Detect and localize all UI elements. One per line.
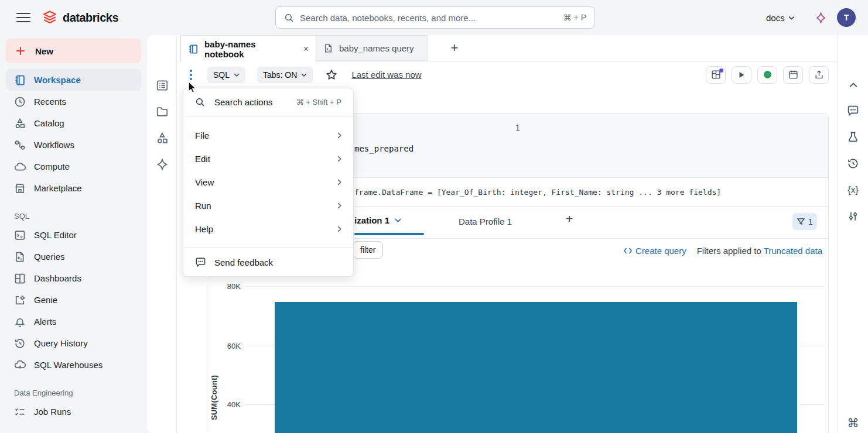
notebook-icon — [14, 74, 26, 86]
run-all-button[interactable] — [732, 66, 751, 84]
last-edit-link[interactable]: Last edit was now — [351, 70, 421, 80]
sidebar-item-genie[interactable]: Genie — [6, 289, 141, 311]
filters-applied-text: Filters applied to Truncated data — [697, 246, 822, 256]
new-tab-button[interactable]: + — [443, 35, 466, 61]
brand-name: databricks — [63, 11, 118, 25]
clock-icon — [14, 96, 26, 108]
truncated-data-link[interactable]: Truncated data — [764, 246, 822, 256]
bar-chart: 80K 60K 40K SUM(Count) — [207, 263, 828, 433]
new-button[interactable]: New — [6, 39, 141, 63]
close-tab-icon[interactable]: × — [303, 44, 309, 54]
sidebar-item-job-runs[interactable]: Job Runs — [6, 401, 141, 422]
sidebar-item-marketplace[interactable]: Marketplace — [6, 177, 141, 199]
genie-icon — [14, 294, 26, 306]
sidebar-item-dashboards[interactable]: Dashboards — [6, 267, 141, 289]
sidebar-item-sql-editor[interactable]: SQL Editor — [6, 224, 141, 246]
sidebar-item-queries[interactable]: Queries — [6, 246, 141, 267]
feedback-bubble-icon — [195, 257, 206, 268]
sidebar-section-sql: SQL — [6, 212, 141, 221]
tab-baby-names-query[interactable]: baby_names query — [316, 35, 428, 61]
filter-button[interactable]: filter — [353, 241, 383, 259]
tab-data-profile-1[interactable]: Data Profile 1 — [459, 216, 512, 226]
share-button[interactable] — [809, 66, 829, 84]
menu-item-run[interactable]: Run — [183, 194, 353, 217]
favorite-star-icon[interactable] — [326, 69, 337, 81]
notebook-kebab-menu-icon[interactable] — [186, 70, 196, 80]
assistant-rail-sparkle-icon[interactable] — [156, 158, 169, 171]
active-tab-underline — [354, 233, 424, 235]
filter-count-badge[interactable]: 1 — [792, 213, 817, 230]
calendar-icon — [788, 70, 798, 80]
mouse-cursor — [187, 82, 197, 94]
experiments-flask-icon[interactable] — [846, 130, 860, 144]
chevron-right-icon — [337, 226, 341, 232]
workspace-tabbar: baby-names notebook × baby_names query + — [177, 35, 838, 61]
cell-output-text: frame.DataFrame = [Year_Of_Birth: intege… — [354, 188, 721, 197]
avatar[interactable]: T — [837, 8, 856, 27]
databricks-brand[interactable]: databricks — [42, 10, 118, 25]
hamburger-menu-icon[interactable] — [16, 10, 30, 25]
create-query-link[interactable]: Create query — [624, 246, 686, 256]
chevron-down-icon — [395, 218, 401, 222]
sidebar-item-alerts[interactable]: Alerts — [6, 311, 141, 332]
storefront-icon — [14, 183, 26, 194]
language-selector[interactable]: SQL — [207, 67, 245, 83]
funnel-filter-icon — [797, 217, 805, 226]
add-visualization-button[interactable]: + — [566, 212, 573, 226]
sql-editor-icon — [14, 229, 26, 241]
sidebar-item-catalog[interactable]: Catalog — [6, 112, 141, 134]
menu-item-view[interactable]: View — [183, 170, 353, 194]
catalog-rail-icon[interactable] — [156, 132, 169, 145]
query-file-icon — [14, 251, 26, 263]
menu-item-edit[interactable]: Edit — [183, 147, 353, 170]
environment-sliders-icon[interactable] — [846, 209, 860, 223]
variables-icon[interactable]: {x} — [846, 183, 860, 197]
assistant-sparkle-icon[interactable] — [815, 12, 826, 23]
sidebar-item-compute[interactable]: Compute — [6, 156, 141, 177]
history-clock-icon — [14, 338, 26, 349]
folder-icon[interactable] — [156, 105, 169, 118]
sidebar-item-query-history[interactable]: Query History — [6, 332, 141, 354]
search-input[interactable] — [300, 13, 558, 23]
chevron-right-icon — [337, 202, 341, 209]
search-icon — [284, 13, 294, 23]
comments-icon[interactable] — [846, 104, 860, 118]
schedule-button[interactable] — [783, 66, 803, 84]
bell-icon — [14, 316, 26, 328]
code-brackets-icon — [624, 248, 632, 254]
menu-item-search-actions[interactable]: Search actions ⌘ + Shift + P — [183, 88, 353, 116]
sidebar-item-workflows[interactable]: Workflows — [6, 134, 141, 156]
tab-baby-names-notebook[interactable]: baby-names notebook × — [180, 35, 316, 62]
global-search[interactable]: ⌘ + P — [275, 6, 595, 29]
shortcuts-command-icon[interactable]: ⌘ — [846, 416, 860, 429]
y-axis-label: SUM(Count) — [210, 375, 218, 420]
version-history-icon[interactable] — [846, 157, 860, 170]
chevron-down-icon — [788, 16, 795, 20]
chevron-right-icon — [337, 132, 341, 139]
workflows-icon — [14, 139, 26, 151]
tabs-toggle[interactable]: Tabs: ON — [257, 67, 313, 83]
share-upload-icon — [814, 70, 824, 80]
notebook-icon-rail — [147, 35, 177, 433]
results-layout-button[interactable] — [706, 66, 726, 84]
notebook-actions-menu: Search actions ⌘ + Shift + P File Edit V… — [183, 88, 354, 277]
menu-item-send-feedback[interactable]: Send feedback — [183, 248, 353, 276]
sidebar-section-data-engineering: Data Engineering — [6, 389, 141, 397]
chevron-down-icon — [301, 73, 307, 77]
notebook-tab-icon — [188, 44, 199, 54]
sidebar-item-workspace[interactable]: Workspace — [6, 69, 141, 91]
collapse-chevron-up-icon[interactable] — [846, 78, 860, 92]
menu-shortcut: ⌘ + Shift + P — [296, 98, 341, 106]
tab-visualization-1[interactable]: ization 1 — [354, 215, 401, 225]
menu-item-file[interactable]: File — [183, 123, 353, 147]
table-of-contents-icon[interactable] — [156, 79, 169, 92]
chart-bar — [275, 302, 797, 433]
chevron-right-icon — [337, 179, 341, 185]
sidebar-item-recents[interactable]: Recents — [6, 91, 141, 112]
docs-dropdown[interactable]: docs — [766, 0, 795, 35]
right-panel-rail: {x} ⌘ — [838, 35, 868, 433]
compute-status-button[interactable] — [757, 66, 777, 84]
menu-item-help[interactable]: Help — [183, 217, 353, 240]
gridline-80k — [245, 286, 825, 287]
sidebar-item-sql-warehouses[interactable]: SQL Warehouses — [6, 354, 141, 376]
